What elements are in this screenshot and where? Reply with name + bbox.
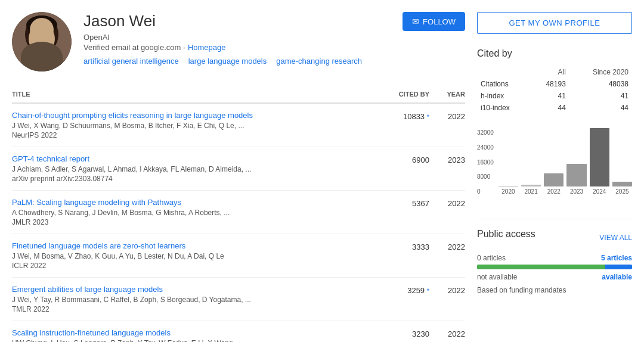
paper-citations: 3333 xyxy=(370,241,429,251)
tag-llm[interactable]: large language models xyxy=(188,57,267,66)
bar-rect-2022 xyxy=(544,173,564,186)
bar-rect-2024 xyxy=(590,128,609,186)
table-row: Finetuned language models are zero-shot … xyxy=(12,234,465,278)
paper-venue: NeurIPS 2022 xyxy=(12,131,370,139)
stats-value-i10index-all: 44 xyxy=(530,102,569,114)
col-cited-header: CITED BY xyxy=(370,91,429,98)
paper-year: 2022 xyxy=(429,241,465,251)
paper-title[interactable]: Finetuned language models are zero-shot … xyxy=(12,241,370,250)
available-label: available xyxy=(602,273,632,281)
paper-authors: J Wei, Y Tay, R Bommasani, C Raffel, B Z… xyxy=(12,296,370,304)
profile-affiliation: OpenAI xyxy=(83,33,391,42)
stats-table: All Since 2020 Citations 48193 48038 h-i… xyxy=(477,66,632,114)
citations-chart: 32000 24000 16000 8000 0 2020 xyxy=(477,123,632,207)
not-available-label: not available xyxy=(477,273,517,281)
profile-email: Verified email at google.com - Homepage xyxy=(83,43,391,52)
follow-icon: ✉ xyxy=(412,17,419,26)
paper-venue: ICLR 2022 xyxy=(12,262,370,270)
svg-point-5 xyxy=(45,36,49,39)
y-label-8000: 8000 xyxy=(477,173,494,180)
paper-title[interactable]: PaLM: Scaling language modeling with Pat… xyxy=(12,198,370,207)
access-bar-available xyxy=(605,265,632,269)
paper-year: 2022 xyxy=(429,111,465,121)
stats-value-hindex-since: 41 xyxy=(569,90,632,102)
bar-rect-2023 xyxy=(566,164,586,186)
paper-title[interactable]: Scaling instruction-finetuned language m… xyxy=(12,328,370,337)
y-label-32000: 32000 xyxy=(477,129,494,136)
paper-authors: J Wei, X Wang, D Schuurmans, M Bosma, B … xyxy=(12,122,370,130)
paper-venue: JMLR 2023 xyxy=(12,218,370,226)
y-label-24000: 24000 xyxy=(477,144,494,151)
stats-label-i10index: i10-index xyxy=(477,102,530,114)
stats-value-citations-since: 48038 xyxy=(569,78,632,90)
get-profile-button[interactable]: GET MY OWN PROFILE xyxy=(477,12,632,34)
profile-tags: artificial general intelligence large la… xyxy=(83,57,391,66)
table-row: Chain-of-thought prompting elicits reaso… xyxy=(12,104,465,147)
stats-row-hindex: h-index 41 41 xyxy=(477,90,632,102)
bar-2024: 2024 xyxy=(590,128,609,195)
stats-col-since2020: Since 2020 xyxy=(569,66,632,78)
tag-agi[interactable]: artificial general intelligence xyxy=(83,57,179,66)
bar-rect-2025 xyxy=(612,182,632,186)
stats-col-empty xyxy=(477,66,530,78)
homepage-link[interactable]: Homepage xyxy=(188,43,226,52)
stats-row-citations: Citations 48193 48038 xyxy=(477,78,632,90)
paper-citations: 6900 xyxy=(370,154,429,164)
bar-2025: 2025 xyxy=(612,182,632,195)
follow-label: FOLLOW xyxy=(423,17,456,26)
stats-label-citations: Citations xyxy=(477,78,530,90)
stats-value-citations-all: 48193 xyxy=(530,78,569,90)
paper-info: Emergent abilities of large language mod… xyxy=(12,285,370,313)
paper-venue: TMLR 2022 xyxy=(12,305,370,313)
bar-2022: 2022 xyxy=(544,173,564,195)
access-bar xyxy=(477,265,632,269)
svg-point-3 xyxy=(26,15,57,35)
svg-rect-0 xyxy=(12,12,72,71)
paper-year: 2023 xyxy=(429,154,465,164)
svg-point-6 xyxy=(36,36,38,39)
profile-info: Jason Wei OpenAI Verified email at googl… xyxy=(83,12,391,66)
stats-label-hindex: h-index xyxy=(477,90,530,102)
tag-research[interactable]: game-changing research xyxy=(276,57,362,66)
paper-citations: 10833 * xyxy=(370,111,429,121)
svg-point-7 xyxy=(47,36,49,39)
access-counts: 0 articles 5 articles xyxy=(477,254,632,262)
col-title-header: TITLE xyxy=(12,91,370,98)
stats-value-hindex-all: 41 xyxy=(530,90,569,102)
paper-authors: A Chowdhery, S Narang, J Devlin, M Bosma… xyxy=(12,209,370,217)
paper-authors: HW Chung, L Hou, S Longpre, B Zoph, Y Ta… xyxy=(12,339,370,342)
public-access-title: Public access xyxy=(477,229,535,240)
papers-list: Chain-of-thought prompting elicits reaso… xyxy=(12,104,465,342)
paper-title[interactable]: Chain-of-thought prompting elicits reaso… xyxy=(12,111,370,120)
count-zero: 0 articles xyxy=(477,254,506,262)
table-row: PaLM: Scaling language modeling with Pat… xyxy=(12,191,465,234)
public-access-section: Public access VIEW ALL 0 articles 5 arti… xyxy=(477,219,632,294)
follow-button[interactable]: ✉ FOLLOW xyxy=(402,12,465,31)
left-panel: Jason Wei OpenAI Verified email at googl… xyxy=(12,12,465,342)
bar-rect-2021 xyxy=(521,185,541,186)
table-row: Scaling instruction-finetuned language m… xyxy=(12,321,465,342)
paper-title[interactable]: GPT-4 technical report xyxy=(12,154,370,163)
paper-title[interactable]: Emergent abilities of large language mod… xyxy=(12,285,370,294)
view-all-link[interactable]: VIEW ALL xyxy=(599,234,632,242)
svg-point-2 xyxy=(29,24,55,53)
paper-year: 2022 xyxy=(429,328,465,338)
right-panel: GET MY OWN PROFILE Cited by All Since 20… xyxy=(477,12,632,342)
papers-table-header: TITLE CITED BY YEAR xyxy=(12,86,465,104)
avatar-image xyxy=(12,12,72,71)
paper-authors: J Achiam, S Adler, S Agarwal, L Ahmad, I… xyxy=(12,165,370,173)
cited-by-title: Cited by xyxy=(477,48,632,59)
bar-2023: 2023 xyxy=(566,164,586,195)
paper-year: 2022 xyxy=(429,198,465,208)
access-bar-unavailable xyxy=(477,265,605,269)
funding-note: Based on funding mandates xyxy=(477,286,632,294)
paper-citations: 5367 xyxy=(370,198,429,208)
profile-header: Jason Wei OpenAI Verified email at googl… xyxy=(12,12,465,71)
cited-by-section: Cited by All Since 2020 Citations 48193 … xyxy=(477,48,632,207)
paper-info: Scaling instruction-finetuned language m… xyxy=(12,328,370,342)
stats-value-i10index-since: 44 xyxy=(569,102,632,114)
paper-info: Finetuned language models are zero-shot … xyxy=(12,241,370,270)
paper-authors: J Wei, M Bosma, V Zhao, K Guu, A Yu, B L… xyxy=(12,252,370,260)
table-row: GPT-4 technical report J Achiam, S Adler… xyxy=(12,147,465,191)
svg-point-8 xyxy=(41,40,43,43)
